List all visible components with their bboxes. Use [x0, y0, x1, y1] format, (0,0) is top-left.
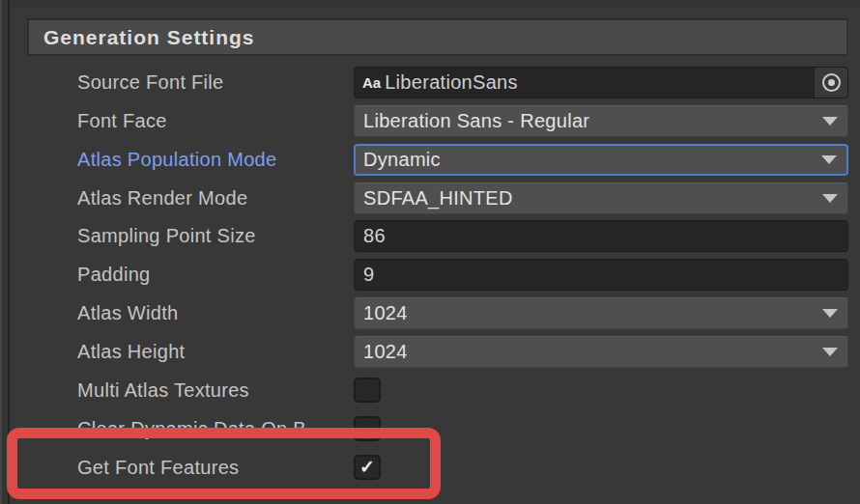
chevron-down-icon — [822, 194, 838, 203]
sampling-point-size-input[interactable]: 86 — [354, 220, 848, 252]
padding-value: 9 — [363, 264, 374, 286]
atlas-population-mode-value: Dynamic — [363, 149, 821, 171]
clear-dynamic-data-checkbox[interactable] — [354, 416, 381, 441]
section-title: Generation Settings — [43, 26, 255, 49]
atlas-width-value: 1024 — [363, 302, 822, 324]
chevron-down-icon — [822, 348, 838, 356]
field-label-padding: Padding — [77, 259, 352, 291]
atlas-height-value: 1024 — [363, 341, 822, 363]
font-face-dropdown[interactable]: Liberation Sans - Regular — [354, 105, 848, 137]
sampling-point-size-value: 86 — [363, 225, 386, 247]
panel-left-gutter — [0, 0, 10, 504]
field-label-sampling-point-size: Sampling Point Size — [77, 220, 352, 252]
font-asset-icon: Aa — [362, 74, 381, 91]
atlas-width-dropdown[interactable]: 1024 — [354, 297, 848, 329]
field-label-atlas-render-mode: Atlas Render Mode — [77, 182, 352, 214]
checkmark-icon: ✓ — [359, 458, 375, 476]
padding-input[interactable]: 9 — [354, 259, 848, 291]
generation-settings-header[interactable]: Generation Settings — [27, 18, 848, 56]
field-label-atlas-width: Atlas Width — [77, 297, 352, 329]
field-label-source-font-file: Source Font File — [77, 67, 352, 98]
atlas-population-mode-dropdown[interactable]: Dynamic — [354, 144, 848, 176]
field-label-atlas-population-mode: Atlas Population Mode — [77, 144, 352, 176]
chevron-down-icon — [821, 155, 837, 164]
atlas-render-mode-value: SDFAA_HINTED — [363, 187, 822, 210]
multi-atlas-textures-checkbox[interactable] — [354, 378, 381, 403]
font-face-value: Liberation Sans - Regular — [363, 110, 822, 132]
panel-top-edge — [0, 0, 860, 8]
field-label-clear-dynamic-data: Clear Dynamic Data On B — [77, 416, 352, 441]
source-font-file-value: LiberationSans — [385, 71, 814, 94]
atlas-render-mode-dropdown[interactable]: SDFAA_HINTED — [354, 182, 848, 214]
object-picker-icon — [822, 73, 841, 92]
object-picker-button[interactable] — [814, 68, 847, 98]
field-label-atlas-height: Atlas Height — [77, 336, 352, 368]
field-label-get-font-features: Get Font Features — [77, 455, 352, 480]
field-label-multi-atlas-textures: Multi Atlas Textures — [77, 378, 352, 403]
field-label-font-face: Font Face — [77, 105, 352, 137]
source-font-file-object-field[interactable]: Aa LiberationSans — [354, 67, 848, 98]
atlas-height-dropdown[interactable]: 1024 — [354, 336, 848, 368]
chevron-down-icon — [822, 309, 838, 318]
get-font-features-checkbox[interactable]: ✓ — [354, 455, 381, 480]
chevron-down-icon — [822, 117, 838, 126]
